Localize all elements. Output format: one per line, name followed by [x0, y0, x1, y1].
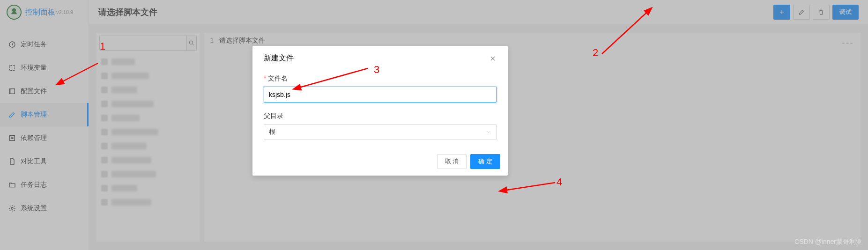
- parent-dir-select[interactable]: 根: [264, 124, 497, 140]
- parent-dir-label: 父目录: [264, 112, 497, 120]
- confirm-button[interactable]: 确 定: [470, 154, 500, 169]
- select-value: 根: [269, 128, 275, 136]
- cancel-button[interactable]: 取 消: [437, 154, 467, 169]
- modal-header: 新建文件: [252, 46, 508, 71]
- modal-title: 新建文件: [264, 53, 294, 63]
- filename-label: *文件名: [264, 74, 497, 83]
- new-file-modal: 新建文件 *文件名 父目录 根 取 消 确 定: [252, 46, 508, 176]
- filename-input[interactable]: [264, 87, 497, 103]
- modal-body: *文件名 父目录 根: [252, 71, 508, 149]
- chevron-down-icon: [486, 129, 491, 135]
- modal-footer: 取 消 确 定: [252, 149, 508, 176]
- close-icon: [489, 55, 497, 62]
- modal-close-button[interactable]: [489, 55, 497, 62]
